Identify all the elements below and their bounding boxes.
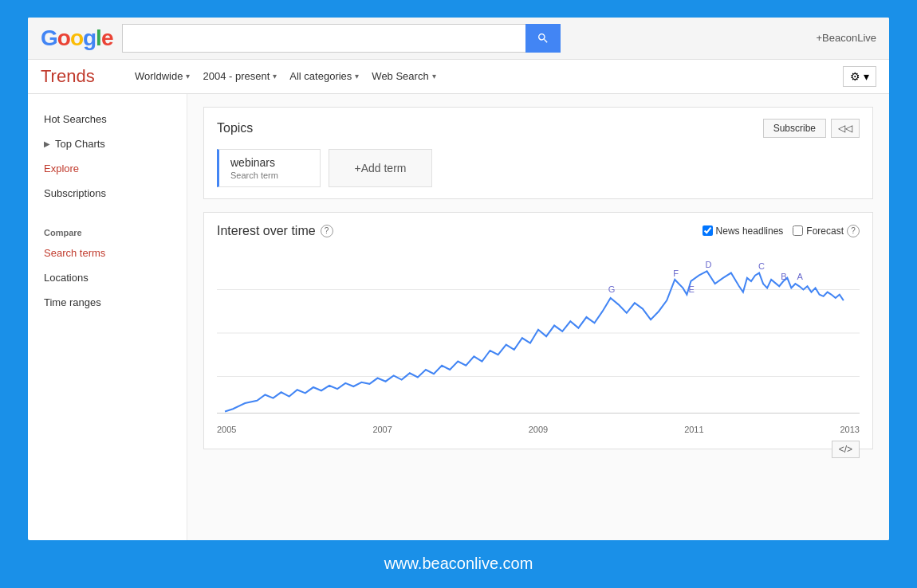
header-right-text[interactable]: +BeaconLive [816, 32, 876, 44]
sidebar-item-hot-searches[interactable]: Hot Searches [28, 107, 187, 131]
news-headlines-checkbox[interactable] [703, 225, 713, 236]
x-label-2011: 2011 [684, 425, 703, 434]
svg-text:A: A [797, 271, 803, 280]
search-button[interactable] [525, 24, 561, 53]
topics-box: Topics Subscribe ◁◁ webinars Search term [203, 107, 873, 199]
share-button[interactable]: ◁◁ [831, 119, 860, 138]
sidebar-item-subscriptions[interactable]: Subscriptions [28, 181, 187, 206]
settings-button[interactable]: ⚙ ▾ [843, 66, 876, 87]
filter-categories[interactable]: All categories ▾ [283, 67, 365, 85]
forecast-help-icon[interactable]: ? [847, 225, 860, 237]
add-term-button[interactable]: +Add term [329, 149, 432, 187]
body-layout: Hot Searches ▶ Top Charts Explore Subscr… [28, 94, 889, 540]
x-label-2009: 2009 [529, 425, 548, 434]
date-arrow-icon: ▾ [273, 72, 277, 80]
term-type: Search term [230, 171, 309, 180]
header: Google webinars +BeaconLive [28, 18, 889, 60]
terms-row: webinars Search term +Add term [217, 149, 860, 187]
sidebar-item-time-ranges[interactable]: Time ranges [28, 290, 187, 315]
interest-help-icon[interactable]: ? [321, 225, 333, 237]
trend-chart: G F D E C B A [217, 246, 860, 421]
x-label-2013: 2013 [840, 425, 860, 434]
chart-options: News headlines Forecast ? [703, 225, 860, 237]
top-charts-arrow-icon: ▶ [44, 139, 50, 148]
subheader: Trends Worldwide ▾ 2004 - present ▾ All … [28, 60, 889, 94]
sidebar: Hot Searches ▶ Top Charts Explore Subscr… [28, 94, 187, 540]
filter-date[interactable]: 2004 - present ▾ [196, 67, 283, 85]
categories-arrow-icon: ▾ [355, 72, 359, 80]
embed-button[interactable]: </> [832, 441, 860, 458]
x-label-2005: 2005 [217, 425, 236, 434]
footer-url: www.beaconlive.com [384, 555, 533, 572]
sidebar-item-explore[interactable]: Explore [28, 156, 187, 181]
forecast-checkbox[interactable] [793, 225, 803, 236]
forecast-option[interactable]: Forecast ? [793, 225, 860, 237]
main-content: Topics Subscribe ◁◁ webinars Search term [187, 94, 889, 540]
topics-header: Topics Subscribe ◁◁ [217, 119, 860, 138]
gear-icon: ⚙ [850, 70, 860, 83]
svg-text:B: B [781, 271, 786, 280]
svg-text:C: C [758, 261, 765, 271]
svg-text:D: D [706, 260, 712, 269]
svg-text:F: F [673, 268, 679, 277]
filter-worldwide[interactable]: Worldwide ▾ [128, 67, 196, 85]
worldwide-arrow-icon: ▾ [186, 72, 190, 80]
term-name: webinars [230, 156, 309, 169]
footer: www.beaconlive.com [372, 548, 546, 579]
share-icon: ◁◁ [838, 123, 852, 134]
topics-actions: Subscribe ◁◁ [763, 119, 860, 138]
x-axis-labels: 2005 2007 2009 2011 2013 [217, 421, 860, 434]
compare-label: Compare [28, 218, 187, 241]
google-logo: Google [41, 25, 112, 51]
sidebar-item-locations[interactable]: Locations [28, 265, 187, 290]
subscribe-button[interactable]: Subscribe [763, 119, 826, 138]
sidebar-item-top-charts[interactable]: ▶ Top Charts [28, 131, 187, 156]
news-headlines-label: News headlines [716, 225, 784, 237]
interest-header: Interest over time ? News headlines Fore… [217, 224, 860, 238]
chart-area: G F D E C B A [217, 246, 860, 421]
interest-title: Interest over time [217, 224, 316, 238]
search-icon [537, 32, 549, 45]
trends-logo: Trends [41, 66, 112, 87]
compare-section: Compare Search terms Locations Time rang… [28, 218, 187, 315]
news-headlines-option[interactable]: News headlines [703, 225, 784, 237]
filter-search-type[interactable]: Web Search ▾ [365, 67, 442, 85]
search-bar: webinars [122, 24, 561, 53]
svg-text:E: E [688, 284, 695, 293]
settings-arrow-icon: ▾ [864, 70, 869, 83]
x-label-2007: 2007 [372, 425, 392, 434]
interest-box: Interest over time ? News headlines Fore… [203, 212, 873, 449]
search-input[interactable]: webinars [122, 24, 525, 53]
sidebar-item-search-terms[interactable]: Search terms [28, 241, 187, 265]
forecast-label: Forecast [806, 225, 844, 237]
topics-title: Topics [217, 121, 253, 135]
interest-title-row: Interest over time ? [217, 224, 333, 238]
search-type-arrow-icon: ▾ [432, 72, 436, 80]
term-chip-webinars: webinars Search term [217, 149, 321, 187]
svg-text:G: G [608, 284, 616, 293]
